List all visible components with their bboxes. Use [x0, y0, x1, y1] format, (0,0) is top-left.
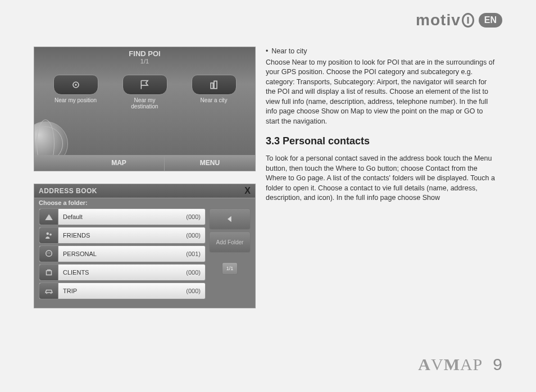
bullet-text: Near to city	[271, 47, 307, 57]
screen-title: FIND POI	[34, 47, 255, 58]
flag-icon	[139, 79, 151, 90]
paragraph: Choose Near to my position to look for P…	[266, 58, 496, 127]
back-button[interactable]	[209, 208, 251, 230]
folder-row-friends[interactable]: FRIENDS (000)	[39, 227, 206, 244]
poi-near-my-position[interactable]: Near my position	[48, 75, 104, 110]
svg-rect-8	[46, 271, 51, 275]
folder-count: (000)	[186, 213, 205, 220]
folder-row-default[interactable]: Default (000)	[39, 208, 206, 225]
map-button[interactable]: MAP	[74, 155, 164, 171]
screenshot-address-book: ADDRESS BOOK X Choose a folder: Default …	[34, 184, 256, 308]
bullet-icon: •	[266, 47, 268, 56]
paragraph: To look for a personal contact saved in …	[266, 154, 496, 203]
screen-subtitle: Choose a folder:	[34, 198, 255, 208]
folder-count: (000)	[186, 288, 205, 294]
triangle-left-icon	[225, 215, 234, 224]
page-indicator-small: 1/1	[222, 262, 238, 275]
svg-point-6	[47, 253, 48, 254]
folder-count: (001)	[186, 250, 205, 257]
folder-count: (000)	[186, 232, 205, 239]
folder-icon	[39, 227, 58, 243]
footer-brand: AVMAP	[418, 355, 483, 374]
folder-count: (000)	[186, 269, 205, 276]
page-footer: AVMAP 9	[418, 355, 502, 374]
brand-o-icon	[462, 13, 474, 28]
folder-icon	[39, 246, 58, 262]
poi-label: Near my position	[48, 97, 104, 103]
svg-point-4	[46, 233, 49, 235]
poi-near-a-city[interactable]: Near a city	[186, 75, 242, 110]
folder-icon	[39, 265, 58, 280]
svg-rect-2	[211, 83, 213, 89]
page-indicator: 1/1	[34, 58, 255, 65]
folder-icon	[39, 283, 58, 299]
folder-name: TRIP	[58, 288, 186, 294]
screen-title: ADDRESS BOOK	[39, 187, 97, 195]
folder-name: CLIENTS	[58, 269, 186, 276]
page-number: 9	[493, 355, 502, 374]
poi-label: Near a city	[186, 97, 242, 103]
close-icon[interactable]: X	[244, 186, 251, 195]
position-icon	[70, 79, 81, 90]
page-header: motiv EN	[416, 11, 502, 29]
poi-label: Near my destination	[117, 97, 173, 110]
folder-row-clients[interactable]: CLIENTS (000)	[39, 264, 206, 281]
brand-logo: motiv	[416, 11, 474, 29]
svg-point-7	[49, 253, 50, 254]
folder-name: FRIENDS	[58, 232, 186, 239]
svg-rect-3	[214, 81, 217, 88]
poi-near-my-destination[interactable]: Near my destination	[117, 75, 173, 110]
city-icon	[208, 79, 220, 90]
svg-point-1	[75, 84, 76, 85]
menu-button[interactable]: MENU	[164, 155, 255, 171]
folder-name: PERSONAL	[58, 250, 186, 257]
brand-text: motiv	[416, 11, 461, 29]
folder-list: Default (000) FRIENDS (000) PERSONAL (00…	[39, 208, 206, 299]
screenshot-find-poi: FIND POI 1/1 Near my position Near my de…	[34, 47, 256, 171]
section-heading: 3.3 Personal contacts	[266, 134, 496, 148]
folder-row-trip[interactable]: TRIP (000)	[39, 282, 206, 299]
svg-point-5	[49, 234, 52, 236]
body-text: • Near to city Choose Near to my positio…	[266, 47, 496, 308]
folder-icon	[39, 209, 58, 225]
folder-row-personal[interactable]: PERSONAL (001)	[39, 245, 206, 262]
folder-name: Default	[58, 213, 186, 220]
add-folder-button[interactable]: Add Folder	[209, 231, 251, 253]
language-badge: EN	[479, 13, 502, 28]
